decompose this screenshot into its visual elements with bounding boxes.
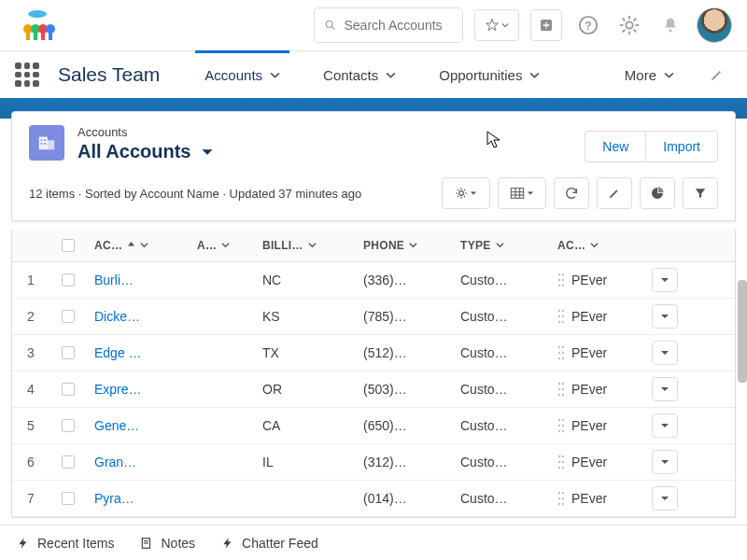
cell-actions: [640, 450, 690, 474]
plus-icon: [539, 18, 554, 33]
account-link[interactable]: Pyra…: [94, 491, 134, 506]
refresh-icon: [564, 186, 579, 201]
grip-icon: [557, 272, 565, 288]
svg-rect-28: [41, 143, 43, 145]
row-actions-button[interactable]: [652, 450, 678, 474]
svg-point-72: [558, 492, 560, 494]
account-link[interactable]: Gene…: [94, 418, 139, 433]
filter-button[interactable]: [683, 177, 718, 209]
cell-account-name: Burli…: [87, 273, 190, 287]
table-icon: [510, 187, 525, 200]
global-header: ?: [0, 0, 747, 51]
col-select-all[interactable]: [49, 239, 87, 252]
list-settings-button[interactable]: [442, 177, 490, 209]
row-actions-button[interactable]: [652, 304, 678, 329]
checkbox[interactable]: [62, 492, 75, 505]
svg-point-53: [562, 357, 564, 359]
svg-point-65: [562, 430, 564, 432]
cell-actions: [640, 377, 690, 401]
nav-item-more[interactable]: More: [610, 51, 689, 98]
col-billing-state[interactable]: BILLI…: [255, 239, 356, 252]
svg-point-57: [562, 388, 564, 390]
checkbox[interactable]: [62, 383, 75, 396]
col-phone[interactable]: PHONE: [356, 239, 453, 252]
setup-button[interactable]: [614, 10, 644, 40]
grip-icon: [557, 381, 565, 398]
sort-asc-icon: [127, 241, 135, 249]
row-actions-button[interactable]: [652, 486, 678, 511]
row-select[interactable]: [49, 310, 87, 323]
cell-actions: [640, 341, 690, 365]
display-as-button[interactable]: [498, 177, 546, 209]
checkbox[interactable]: [62, 239, 75, 252]
edit-nav-button[interactable]: [702, 67, 732, 82]
new-button[interactable]: New: [585, 131, 646, 162]
caret-down-icon: [660, 348, 669, 357]
row-actions-button[interactable]: [652, 377, 678, 401]
nav-item-opportunities[interactable]: Opportunities: [424, 51, 555, 98]
global-add-button[interactable]: [530, 9, 562, 41]
cell-billing-state: IL: [255, 455, 356, 469]
utility-recent-items[interactable]: Recent Items: [17, 536, 114, 551]
row-select[interactable]: [49, 455, 87, 469]
row-select[interactable]: [49, 492, 87, 505]
utility-notes[interactable]: Notes: [140, 536, 195, 551]
checkbox[interactable]: [62, 346, 75, 359]
question-icon: ?: [578, 15, 599, 35]
list-view-switcher[interactable]: All Accounts: [78, 141, 585, 162]
cell-billing-state: TX: [255, 345, 356, 360]
svg-rect-7: [41, 33, 45, 40]
notifications-button[interactable]: [655, 10, 685, 40]
account-link[interactable]: Edge …: [94, 345, 142, 360]
nav-item-contacts[interactable]: Contacts: [308, 51, 411, 98]
svg-point-77: [562, 503, 564, 505]
cell-type: Custo…: [453, 273, 550, 287]
nav-item-accounts[interactable]: Accounts: [190, 51, 295, 98]
account-link[interactable]: Gran…: [94, 455, 136, 469]
refresh-button[interactable]: [554, 177, 589, 209]
row-select[interactable]: [49, 419, 87, 432]
svg-rect-29: [44, 143, 46, 145]
checkbox[interactable]: [62, 310, 75, 323]
svg-rect-26: [41, 139, 43, 141]
cell-billing-state: OR: [255, 382, 356, 397]
favorites-button[interactable]: [474, 9, 519, 41]
avatar[interactable]: [697, 7, 732, 43]
account-link[interactable]: Expre…: [94, 382, 142, 397]
checkbox[interactable]: [62, 273, 75, 287]
svg-point-52: [558, 357, 560, 359]
help-button[interactable]: ?: [573, 10, 603, 40]
chevron-down-icon: [529, 70, 540, 80]
app-launcher-icon[interactable]: [15, 63, 39, 87]
cell-billing-state: KS: [255, 309, 356, 324]
row-number: 5: [12, 418, 49, 433]
row-actions-button[interactable]: [652, 413, 678, 438]
row-actions-button[interactable]: [652, 341, 678, 365]
account-link[interactable]: Burli…: [94, 273, 134, 287]
col-type[interactable]: TYPE: [453, 239, 550, 252]
row-select[interactable]: [49, 273, 87, 287]
row-select[interactable]: [49, 346, 87, 359]
svg-point-69: [562, 461, 564, 463]
svg-point-42: [558, 310, 560, 312]
svg-point-63: [562, 425, 564, 427]
checkbox[interactable]: [62, 455, 75, 469]
col-account-owner[interactable]: AC…: [550, 239, 640, 252]
svg-point-58: [558, 394, 560, 396]
checkbox[interactable]: [62, 419, 75, 432]
inline-edit-button[interactable]: [597, 177, 632, 209]
cell-owner: PEver: [550, 490, 640, 507]
utility-chatter[interactable]: Chatter Feed: [221, 536, 318, 551]
account-link[interactable]: Dicke…: [94, 309, 140, 324]
col-account-name[interactable]: AC…: [87, 239, 190, 252]
nav-label: Opportunities: [439, 67, 522, 83]
chart-button[interactable]: [640, 177, 675, 209]
vertical-scrollbar[interactable]: [738, 280, 747, 383]
row-select[interactable]: [49, 383, 87, 396]
grip-icon: [557, 344, 565, 361]
col-account-site[interactable]: A…: [190, 239, 255, 252]
row-actions-button[interactable]: [652, 268, 678, 292]
import-button[interactable]: Import: [646, 131, 718, 162]
search-input[interactable]: [345, 18, 454, 33]
global-search[interactable]: [314, 7, 463, 43]
